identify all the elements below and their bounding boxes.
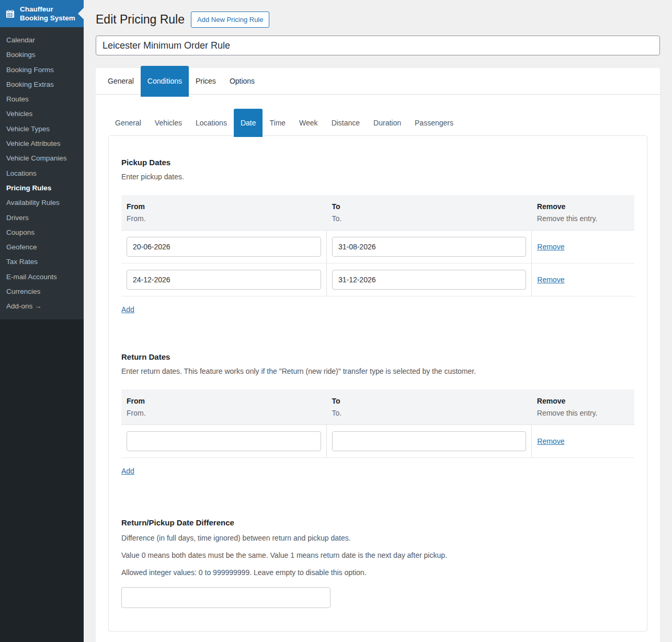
subtab-vehicles[interactable]: Vehicles (148, 110, 189, 135)
sidebar-item-add-ons[interactable]: Add-ons → (0, 299, 84, 314)
subtab-passengers[interactable]: Passengers (408, 110, 460, 135)
return_dates-row: Remove (121, 425, 634, 458)
active-menu-arrow (78, 8, 84, 19)
plugin-menu-header[interactable]: Chauffeur Booking System (0, 0, 84, 27)
sidebar-item-drivers[interactable]: Drivers (0, 211, 84, 225)
card-body: GeneralVehiclesLocationsDateTimeWeekDist… (96, 110, 660, 632)
pickup_dates-column-header-from: FromFrom. (121, 195, 326, 231)
pickup-dates-heading: Pickup Dates (121, 158, 634, 167)
sidebar-item-geofence[interactable]: Geofence (0, 240, 84, 255)
date-difference-line-1: Difference (in full days, time ignored) … (121, 532, 634, 544)
sidebar-item-bookings[interactable]: Bookings (0, 48, 84, 62)
tab-options[interactable]: Options (223, 68, 261, 95)
subtab-week[interactable]: Week (292, 110, 325, 135)
return_dates-column-header-remove: RemoveRemove this entry. (532, 389, 634, 425)
return-dates-description: Enter return dates. This feature works o… (121, 366, 634, 377)
sidebar-item-vehicle-types[interactable]: Vehicle Types (0, 122, 84, 136)
sidebar-item-vehicle-companies[interactable]: Vehicle Companies (0, 151, 84, 166)
admin-sidebar: Chauffeur Booking System CalendarBooking… (0, 0, 84, 642)
date-difference-input[interactable] (121, 587, 331, 608)
pickup_dates-to-input-1[interactable] (332, 237, 526, 257)
return-dates-heading: Return Dates (121, 352, 634, 361)
pickup_dates-to-input-2[interactable] (332, 270, 526, 290)
pricing-rule-card: GeneralConditionsPricesOptions GeneralVe… (96, 68, 660, 642)
sidebar-item-tax-rates[interactable]: Tax Rates (0, 255, 84, 269)
calendar-icon (5, 9, 15, 19)
return-dates-add-link[interactable]: Add (121, 467, 134, 475)
add-new-pricing-rule-button[interactable]: Add New Pricing Rule (191, 12, 269, 28)
page-header: Edit Pricing Rule Add New Pricing Rule (96, 12, 660, 28)
pickup_dates-row: Remove (121, 263, 634, 296)
sidebar-item-calendar[interactable]: Calendar (0, 33, 84, 48)
subtab-duration[interactable]: Duration (367, 110, 408, 135)
subtab-locations[interactable]: Locations (189, 110, 234, 135)
subtab-distance[interactable]: Distance (325, 110, 367, 135)
return_dates-remove-link-1[interactable]: Remove (537, 437, 564, 445)
page-title: Edit Pricing Rule (96, 12, 185, 27)
pricing-rule-name-input[interactable] (96, 36, 660, 55)
pickup_dates-remove-link-2[interactable]: Remove (537, 276, 564, 284)
date-difference-heading: Return/Pickup Date Difference (121, 518, 634, 527)
pickup-dates-add-link[interactable]: Add (121, 305, 134, 314)
sidebar-item-availability-rules[interactable]: Availability Rules (0, 196, 84, 210)
sidebar-item-booking-extras[interactable]: Booking Extras (0, 77, 84, 92)
tab-prices[interactable]: Prices (189, 68, 223, 95)
return_dates-from-input-1[interactable] (127, 431, 321, 451)
return_dates-column-header-to: ToTo. (326, 389, 531, 425)
sidebar-item-coupons[interactable]: Coupons (0, 225, 84, 240)
subtab-general[interactable]: General (108, 110, 148, 135)
sidebar-item-routes[interactable]: Routes (0, 92, 84, 107)
subtab-time[interactable]: Time (263, 110, 292, 135)
main-tabbar: GeneralConditionsPricesOptions (96, 68, 660, 95)
subtab-date[interactable]: Date (234, 109, 263, 137)
sidebar-item-vehicles[interactable]: Vehicles (0, 107, 84, 121)
return_dates-column-header-from: FromFrom. (121, 389, 326, 425)
pickup-dates-table: FromFrom.ToTo.RemoveRemove this entry.Re… (121, 195, 634, 296)
tab-general[interactable]: General (101, 68, 141, 95)
pickup_dates-from-input-1[interactable] (127, 237, 321, 257)
pickup-dates-description: Enter pickup dates. (121, 171, 634, 182)
return-dates-table: FromFrom.ToTo.RemoveRemove this entry.Re… (121, 389, 634, 458)
date-difference-description: Difference (in full days, time ignored) … (121, 532, 634, 579)
date-difference-line-3: Allowed integer values: 0 to 999999999. … (121, 566, 634, 579)
sidebar-item-vehicle-attributes[interactable]: Vehicle Attributes (0, 136, 84, 151)
sidebar-item-currencies[interactable]: Currencies (0, 284, 84, 299)
plugin-title: Chauffeur Booking System (20, 5, 75, 22)
sidebar-menu: CalendarBookingsBooking FormsBooking Ext… (0, 27, 84, 319)
pickup_dates-remove-link-1[interactable]: Remove (537, 243, 564, 251)
date-conditions-panel: Pickup Dates Enter pickup dates. FromFro… (108, 135, 647, 632)
tab-conditions[interactable]: Conditions (141, 66, 189, 97)
return_dates-to-input-1[interactable] (332, 431, 526, 451)
pickup_dates-from-input-2[interactable] (127, 270, 321, 290)
conditions-subtabbar: GeneralVehiclesLocationsDateTimeWeekDist… (108, 110, 647, 135)
main-content: Edit Pricing Rule Add New Pricing Rule G… (84, 12, 672, 642)
pickup_dates-column-header-remove: RemoveRemove this entry. (532, 195, 634, 231)
sidebar-item-e-mail-accounts[interactable]: E-mail Accounts (0, 270, 84, 284)
pickup_dates-row: Remove (121, 231, 634, 263)
date-difference-line-2: Value 0 means both dates must be the sam… (121, 549, 634, 561)
pickup_dates-column-header-to: ToTo. (326, 195, 531, 231)
sidebar-item-booking-forms[interactable]: Booking Forms (0, 63, 84, 77)
sidebar-item-locations[interactable]: Locations (0, 166, 84, 181)
sidebar-item-pricing-rules[interactable]: Pricing Rules (0, 181, 84, 196)
